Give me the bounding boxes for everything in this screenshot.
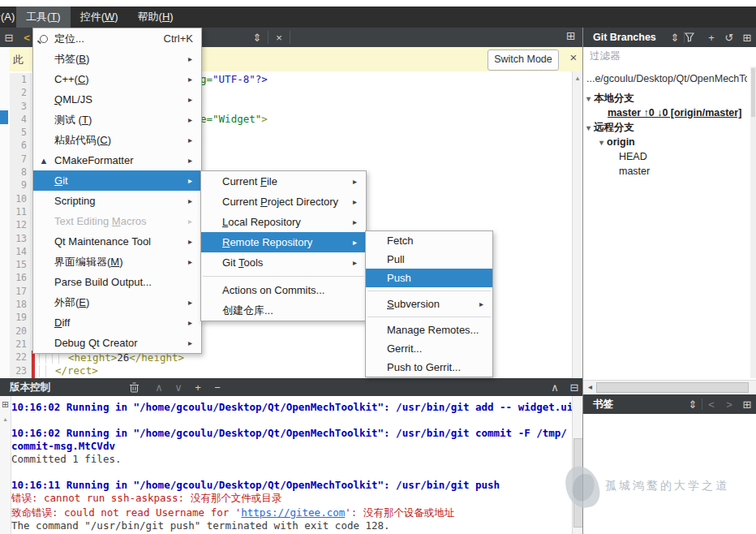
menu-item-git[interactable]: Git▸: [33, 170, 201, 191]
cmakeformatter-icon: ▲: [40, 156, 49, 166]
scrollbar-handle[interactable]: [596, 382, 749, 393]
switch-mode-button[interactable]: Switch Mode: [488, 50, 559, 71]
scroll-up-icon[interactable]: ▴: [0, 416, 11, 423]
menu-item-push[interactable]: Push: [366, 269, 492, 287]
submenu-arrow-icon: ▸: [188, 257, 201, 266]
branches-h-scrollbar[interactable]: ◂: [583, 380, 756, 394]
refresh-icon[interactable]: ↺: [720, 32, 738, 44]
sidebar-toggle-icon[interactable]: ⊟: [0, 32, 18, 44]
menu-item-parse-build-output[interactable]: Parse Build Output...: [33, 272, 201, 292]
menu-item-paste-code[interactable]: 粘贴代码(C)▸: [33, 130, 201, 150]
split-editor-icon[interactable]: ⊞: [566, 29, 576, 42]
branch-filter-input[interactable]: [583, 47, 754, 65]
submenu-arrow-icon: ▸: [188, 115, 201, 124]
line-number: 12: [10, 218, 31, 231]
menu-item-text-editing-macros[interactable]: Text Editing Macros▸: [33, 211, 201, 231]
menu-item-fetch[interactable]: Fetch: [366, 231, 492, 250]
clear-output-icon[interactable]: [130, 382, 149, 393]
qt-creator-window: 析(A) 工具(T) 控件(W) 帮助(H) ⊟ < ⇕ × ⊞ 此 Switc…: [0, 0, 756, 534]
gitee-link[interactable]: https://gitee.com: [241, 506, 345, 519]
split-panel-icon[interactable]: ⊞: [738, 32, 756, 44]
menu-item-qt-maintenance-tool[interactable]: Qt Maintenance Tool▸: [33, 231, 201, 252]
log-line: commit-msg.MtCVdv: [11, 440, 572, 453]
submenu-arrow-icon: ▸: [353, 197, 366, 206]
split-panel-icon[interactable]: ⊞: [738, 398, 756, 411]
menu-item-bookmarks[interactable]: 书签(B)▸: [33, 49, 201, 69]
menubar-item-help[interactable]: 帮助(H): [128, 6, 183, 28]
window-top-edge: [0, 0, 756, 6]
filter-funnel-icon[interactable]: [685, 32, 702, 42]
tree-item-origin-master[interactable]: master: [619, 164, 650, 179]
menu-item-qml-js[interactable]: QML/JS▸: [33, 89, 201, 110]
menubar-item-tools[interactable]: 工具(T): [16, 6, 71, 28]
menu-item-locate[interactable]: 定位...Ctrl+K: [33, 28, 201, 49]
menu-item-gerrit[interactable]: Gerrit...: [366, 339, 492, 358]
menu-item-local-repository[interactable]: Local Repository▸: [201, 212, 366, 232]
editor-scrollbar[interactable]: [572, 71, 583, 378]
submenu-arrow-icon: ▸: [188, 237, 201, 246]
menubar-item-analyze-partial[interactable]: 析(A): [0, 6, 16, 28]
scrollbar-handle[interactable]: [751, 68, 755, 117]
branch-filter: [583, 47, 756, 67]
tree-expanded-icon[interactable]: ▾: [586, 123, 594, 132]
output-pane-title: 版本控制: [0, 381, 50, 394]
menu-item-pull[interactable]: Pull: [366, 250, 492, 269]
remote-repository-submenu: Fetch Pull Push Subversion▸ Manage Remot…: [365, 230, 493, 377]
submenu-arrow-icon: ▸: [188, 338, 201, 347]
menu-item-create-repository[interactable]: 创建仓库...: [201, 300, 366, 321]
tree-item-local-branches[interactable]: ▾本地分支: [586, 91, 634, 106]
menu-item-external[interactable]: 外部(E)▸: [33, 292, 201, 312]
branches-scrollbar[interactable]: [750, 67, 756, 378]
info-bar-close-icon[interactable]: ×: [566, 50, 581, 67]
prev-bookmark-icon[interactable]: <: [702, 398, 720, 411]
tree-expanded-icon[interactable]: ▾: [599, 138, 607, 147]
scroll-up-icon[interactable]: ▴: [573, 72, 582, 84]
output-scrollbar[interactable]: [572, 396, 583, 534]
menu-item-diff[interactable]: Diff▸: [33, 312, 201, 333]
next-item-icon[interactable]: ∨: [169, 381, 188, 394]
line-number: 11: [10, 205, 31, 218]
tree-item-origin[interactable]: ▾origin: [599, 135, 635, 149]
document-selector-icon[interactable]: ⇕: [248, 32, 266, 44]
tree-item-remote-branches[interactable]: ▾远程分支: [586, 120, 634, 135]
zoom-in-icon[interactable]: +: [188, 381, 208, 394]
pane-icon[interactable]: ⊞: [0, 399, 11, 410]
tree-expanded-icon[interactable]: ▾: [586, 94, 594, 103]
menu-item-current-project-directory[interactable]: Current Project Directory▸: [201, 192, 366, 212]
prev-item-icon[interactable]: ∧: [149, 381, 169, 394]
pane-selector-icon[interactable]: ⊟: [565, 381, 584, 394]
log-line: 10:16:02 Running in "/home/gcoulu/Deskto…: [11, 401, 572, 414]
menubar: 析(A) 工具(T) 控件(W) 帮助(H): [0, 6, 756, 28]
panel-selector-icon[interactable]: ⇕: [684, 398, 702, 411]
git-submenu: Current File▸ Current Project Directory▸…: [200, 170, 367, 321]
add-branch-icon[interactable]: +: [702, 32, 720, 44]
panel-selector-icon[interactable]: ⇕: [666, 32, 684, 44]
menu-item-push-to-gerrit[interactable]: Push to Gerrit...: [366, 358, 492, 377]
submenu-arrow-icon: ▸: [353, 258, 366, 267]
menu-item-remote-repository[interactable]: Remote Repository▸: [201, 232, 366, 252]
zoom-out-icon[interactable]: −: [208, 381, 227, 394]
menu-item-current-file[interactable]: Current File▸: [201, 171, 366, 192]
menu-item-debug-qt-creator[interactable]: Debug Qt Creator▸: [33, 333, 201, 353]
version-control-log[interactable]: 10:16:02 Running in "/home/gcoulu/Deskto…: [11, 396, 572, 534]
menu-item-cpp[interactable]: C++(C)▸: [33, 69, 201, 89]
maximize-pane-icon[interactable]: ∧: [545, 381, 565, 394]
menu-item-cmakeformatter[interactable]: ▲CMakeFormatter▸: [33, 150, 201, 170]
tree-item-head[interactable]: HEAD: [619, 149, 647, 164]
menubar-item-widgets[interactable]: 控件(W): [71, 6, 128, 28]
log-line: 10:16:11 Running in "/home/gcoulu/Deskto…: [11, 479, 572, 492]
menu-item-form-editor[interactable]: 界面编辑器(M)▸: [33, 252, 201, 272]
menu-item-git-tools[interactable]: Git Tools▸: [201, 252, 366, 273]
menu-item-subversion[interactable]: Subversion▸: [366, 295, 492, 313]
menu-item-actions-on-commits[interactable]: Actions on Commits...: [201, 280, 366, 300]
menu-item-test[interactable]: 测试 (T)▸: [33, 110, 201, 130]
close-document-icon[interactable]: ×: [270, 32, 288, 44]
bookmarks-title: 书签: [583, 398, 684, 411]
line-number: 4: [10, 113, 31, 126]
menu-item-manage-remotes[interactable]: Manage Remotes...: [366, 321, 492, 339]
next-bookmark-icon[interactable]: >: [720, 398, 738, 411]
scroll-left-icon[interactable]: ◂: [585, 381, 595, 392]
menu-item-scripting[interactable]: Scripting▸: [33, 191, 201, 211]
tree-item-current-branch[interactable]: master ↑0 ↓0 [origin/master]: [608, 106, 741, 120]
tools-menu: 定位...Ctrl+K 书签(B)▸ C++(C)▸ QML/JS▸ 测试 (T…: [32, 28, 202, 354]
